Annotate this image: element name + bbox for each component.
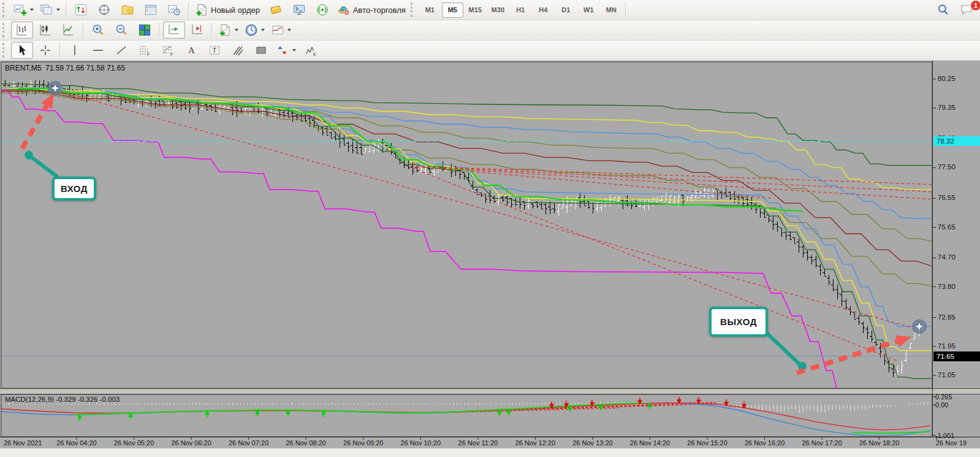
toolbar-button-new-chart[interactable] — [11, 1, 36, 18]
toolbar-button-zoom-in[interactable] — [87, 21, 109, 39]
toolbar-button-horizontal-line[interactable] — [87, 42, 109, 59]
chevron-down-icon[interactable] — [261, 29, 265, 31]
timeframe-button-h4[interactable]: H4 — [533, 2, 554, 18]
time-tick-label: 26 Nov 10:20 — [401, 439, 441, 447]
price-tick-label: 71.95 — [938, 342, 955, 350]
time-tick-label: 26 Nov 05:20 — [114, 439, 154, 447]
toolbar-grip — [411, 2, 416, 17]
toolbar-button-data-window[interactable] — [93, 1, 115, 18]
toolbar-button-auto-scroll[interactable] — [163, 21, 185, 39]
chart-window: BRENT,M5 71.59 71.66 71.58 71.65 MACD(12… — [0, 61, 980, 457]
candle-chart-icon — [39, 23, 52, 37]
toolbar-button-equidistant-channel[interactable] — [227, 42, 249, 59]
timeframe-button-h1[interactable]: H1 — [510, 2, 531, 18]
toolbar-button-chart-shift[interactable] — [186, 21, 208, 39]
chevron-down-icon[interactable] — [235, 29, 238, 31]
new-order-icon — [195, 3, 208, 17]
timeframe-button-m15[interactable]: M15 — [465, 2, 486, 18]
chevron-down-icon[interactable] — [287, 29, 291, 31]
toolbar-button-chat[interactable]: 1 — [955, 1, 978, 18]
toolbar-separator — [66, 2, 67, 18]
toolbar-button-strategy-tester[interactable] — [163, 1, 185, 18]
line-chart-icon — [62, 23, 75, 37]
toolbar-button-text[interactable]: A — [180, 42, 202, 59]
chevron-down-icon[interactable] — [292, 49, 296, 52]
toolbar-button-fibo-retracement[interactable]: F — [134, 42, 156, 59]
navigator-icon — [121, 3, 134, 17]
toolbar-button-fibo-channel[interactable]: F — [157, 42, 179, 59]
horizontal-line-icon — [91, 44, 105, 57]
last-price-label: 71.65 — [933, 351, 980, 361]
arrows-icon — [276, 44, 289, 57]
toolbar-button-terminal[interactable] — [140, 1, 162, 18]
toolbar-button-market-watch[interactable] — [70, 1, 92, 18]
vertical-line-icon — [68, 44, 82, 57]
crosshair-icon — [39, 44, 52, 57]
toolbar-button-trendline[interactable] — [110, 42, 132, 59]
toolbar-button-search[interactable] — [932, 1, 954, 18]
bar-chart-icon — [15, 23, 29, 37]
toolbar-button-autotrading[interactable]: Авто-торговля — [335, 1, 409, 18]
exit-annotation[interactable]: выход — [709, 307, 768, 337]
toolbar-button-vertical-line[interactable] — [64, 42, 86, 59]
data-window-icon — [97, 3, 111, 17]
search-icon — [936, 3, 950, 17]
toolbar-button-text-label[interactable]: T — [203, 42, 226, 59]
toolbar-separator — [211, 23, 213, 38]
toolbar-standard: Новый ордерАвто-торговляM1M5M15M30H1H4D1… — [0, 0, 980, 20]
chevron-down-icon[interactable] — [30, 9, 34, 11]
macd-tick-label: 0.00 — [935, 401, 948, 409]
toolbar-button-tile-windows[interactable] — [134, 21, 156, 39]
toolbar-button-bar-chart[interactable] — [11, 21, 33, 39]
toolbar-button-elliott-waves[interactable]: E — [300, 42, 322, 59]
time-tick-label: 26 Nov 14:20 — [630, 439, 670, 447]
templates-icon — [218, 23, 232, 37]
toolbar-button-cursor[interactable] — [11, 42, 33, 59]
timeframe-button-mn[interactable]: MN — [601, 2, 622, 18]
toolbar-button-signals[interactable] — [311, 1, 333, 18]
price-tick-label: 80.25 — [938, 75, 955, 82]
toolbar-separator — [83, 23, 84, 38]
metaquotes-community-icon — [269, 3, 283, 17]
toolbar-button-new-order[interactable]: Новый ордер — [192, 1, 264, 18]
time-tick-label: 26 Nov 08:20 — [286, 439, 325, 447]
price-tick-label: 77.50 — [938, 163, 955, 171]
time-tick-label: 26 Nov 17:20 — [802, 439, 841, 447]
toolbar-button-rectangle[interactable] — [250, 42, 272, 59]
toolbar-button-indicators[interactable] — [268, 21, 294, 39]
toolbar-grip — [2, 43, 8, 58]
timeframe-button-m30[interactable]: M30 — [487, 2, 509, 18]
macd-label: MACD(12,26,9) -0.329 -0.326 -0.003 — [5, 396, 120, 403]
toolbar-button-zoom-out[interactable] — [110, 21, 132, 39]
fibo-channel-icon: F — [161, 44, 175, 57]
toolbar-button-metaeditor[interactable] — [288, 1, 310, 18]
time-tick-label: 26 Nov 07:20 — [229, 439, 268, 447]
macd-tick-label: -1.001 — [935, 432, 954, 439]
toolbar-button-line-chart[interactable] — [58, 21, 80, 39]
timeframe-button-m1[interactable]: M1 — [419, 2, 441, 18]
chevron-down-icon[interactable] — [56, 9, 60, 11]
toolbar-button-crosshair[interactable] — [34, 42, 56, 59]
toolbar-button-templates[interactable] — [216, 21, 241, 39]
price-tick-label: 76.55 — [938, 194, 955, 201]
notification-badge[interactable]: 1 — [970, 0, 980, 11]
entry-marker — [48, 81, 63, 96]
timeframe-button-w1[interactable]: W1 — [578, 2, 599, 18]
toolbar-button-arrows[interactable] — [273, 42, 298, 59]
elliott-waves-icon: E — [304, 44, 317, 57]
toolbar-button-navigator[interactable] — [116, 1, 139, 18]
timeframe-button-d1[interactable]: D1 — [555, 2, 577, 18]
entry-annotation[interactable]: вход — [52, 177, 96, 201]
fibo-retracement-icon: F — [138, 44, 151, 57]
price-tick-label: 71.05 — [938, 371, 955, 378]
time-tick-label: 26 Nov 19 — [936, 439, 967, 447]
timeframe-button-m5[interactable]: M5 — [442, 2, 463, 18]
svg-text:F: F — [170, 52, 173, 56]
macd-tick-label: 0.265 — [935, 393, 952, 401]
chart-shift-icon — [191, 23, 204, 37]
chart-canvas[interactable] — [0, 61, 980, 457]
toolbar-button-profiles[interactable] — [37, 1, 63, 18]
toolbar-button-candle-chart[interactable] — [34, 21, 56, 39]
toolbar-button-metaquotes-community[interactable] — [265, 1, 287, 18]
toolbar-button-periods[interactable] — [242, 21, 267, 39]
